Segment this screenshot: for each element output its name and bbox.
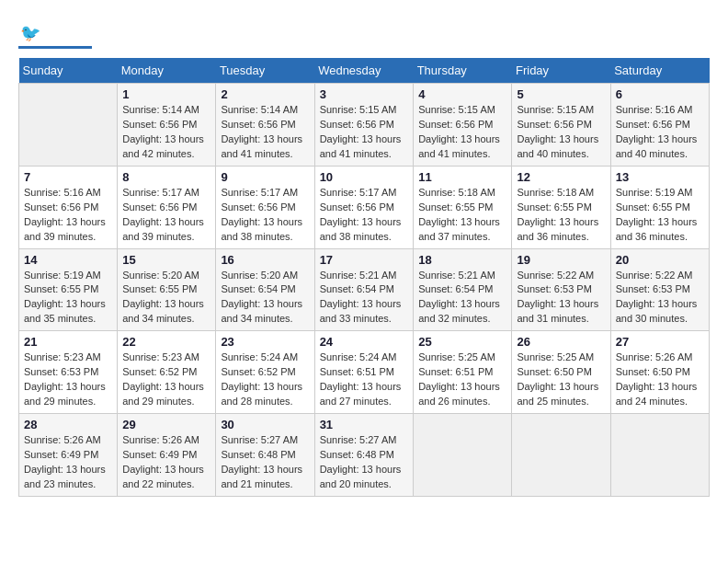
day-number: 27: [616, 335, 704, 349]
day-info: Sunrise: 5:18 AMSunset: 6:55 PMDaylight:…: [418, 186, 506, 245]
day-number: 31: [320, 418, 409, 431]
calendar-cell: [414, 414, 512, 497]
day-number: 13: [616, 170, 704, 184]
weekday-header-monday: Monday: [118, 58, 216, 84]
calendar-cell: 12Sunrise: 5:18 AMSunset: 6:55 PMDayligh…: [512, 166, 610, 248]
day-number: 30: [221, 418, 309, 431]
day-info: Sunrise: 5:19 AMSunset: 6:55 PMDaylight:…: [24, 269, 112, 327]
day-number: 11: [418, 170, 506, 184]
calendar-cell: 17Sunrise: 5:21 AMSunset: 6:54 PMDayligh…: [314, 248, 414, 331]
day-number: 8: [122, 170, 210, 184]
day-info: Sunrise: 5:25 AMSunset: 6:50 PMDaylight:…: [517, 350, 605, 409]
day-info: Sunrise: 5:22 AMSunset: 6:53 PMDaylight:…: [517, 269, 605, 327]
calendar-cell: 22Sunrise: 5:23 AMSunset: 6:52 PMDayligh…: [118, 331, 216, 414]
day-number: 26: [517, 335, 605, 349]
calendar-week-3: 14Sunrise: 5:19 AMSunset: 6:55 PMDayligh…: [19, 248, 710, 331]
day-number: 14: [24, 253, 112, 267]
day-info: Sunrise: 5:26 AMSunset: 6:49 PMDaylight:…: [24, 433, 112, 492]
calendar-week-4: 21Sunrise: 5:23 AMSunset: 6:53 PMDayligh…: [19, 331, 710, 414]
calendar-cell: 25Sunrise: 5:25 AMSunset: 6:51 PMDayligh…: [414, 331, 512, 414]
day-number: 1: [122, 87, 210, 101]
day-info: Sunrise: 5:27 AMSunset: 6:48 PMDaylight:…: [320, 433, 409, 492]
calendar-cell: [512, 414, 610, 497]
day-number: 6: [616, 87, 704, 101]
day-number: 12: [517, 170, 605, 184]
calendar-cell: 24Sunrise: 5:24 AMSunset: 6:51 PMDayligh…: [314, 331, 414, 414]
day-info: Sunrise: 5:24 AMSunset: 6:51 PMDaylight:…: [320, 350, 409, 409]
calendar-cell: 19Sunrise: 5:22 AMSunset: 6:53 PMDayligh…: [512, 248, 610, 331]
day-number: 16: [221, 253, 309, 267]
day-info: Sunrise: 5:18 AMSunset: 6:55 PMDaylight:…: [517, 186, 605, 245]
day-number: 2: [221, 87, 309, 101]
day-info: Sunrise: 5:21 AMSunset: 6:54 PMDaylight:…: [418, 269, 506, 327]
weekday-header-row: SundayMondayTuesdayWednesdayThursdayFrid…: [19, 58, 710, 84]
day-number: 23: [221, 335, 309, 349]
weekday-header-saturday: Saturday: [610, 58, 709, 84]
day-info: Sunrise: 5:27 AMSunset: 6:48 PMDaylight:…: [221, 433, 309, 492]
day-info: Sunrise: 5:24 AMSunset: 6:52 PMDaylight:…: [221, 350, 309, 409]
weekday-header-tuesday: Tuesday: [216, 58, 314, 84]
day-info: Sunrise: 5:19 AMSunset: 6:55 PMDaylight:…: [616, 186, 704, 245]
day-number: 10: [320, 170, 409, 184]
logo: 🐦: [18, 18, 92, 49]
day-number: 21: [24, 335, 112, 349]
day-number: 28: [24, 418, 112, 431]
day-info: Sunrise: 5:14 AMSunset: 6:56 PMDaylight:…: [221, 103, 309, 162]
day-info: Sunrise: 5:14 AMSunset: 6:56 PMDaylight:…: [122, 103, 210, 162]
calendar-cell: 10Sunrise: 5:17 AMSunset: 6:56 PMDayligh…: [314, 166, 414, 248]
calendar-cell: 9Sunrise: 5:17 AMSunset: 6:56 PMDaylight…: [216, 166, 314, 248]
day-info: Sunrise: 5:22 AMSunset: 6:53 PMDaylight:…: [616, 269, 704, 327]
calendar-cell: 3Sunrise: 5:15 AMSunset: 6:56 PMDaylight…: [314, 84, 414, 167]
weekday-header-friday: Friday: [512, 58, 610, 84]
calendar-cell: 31Sunrise: 5:27 AMSunset: 6:48 PMDayligh…: [314, 414, 414, 497]
weekday-header-thursday: Thursday: [414, 58, 512, 84]
calendar-cell: 6Sunrise: 5:16 AMSunset: 6:56 PMDaylight…: [610, 84, 709, 167]
day-info: Sunrise: 5:15 AMSunset: 6:56 PMDaylight:…: [418, 103, 506, 162]
day-info: Sunrise: 5:23 AMSunset: 6:52 PMDaylight:…: [122, 350, 210, 409]
day-number: 7: [24, 170, 112, 184]
calendar-cell: 15Sunrise: 5:20 AMSunset: 6:55 PMDayligh…: [118, 248, 216, 331]
day-number: 4: [418, 87, 506, 101]
logo-bird-icon: 🐦: [20, 24, 40, 42]
calendar-cell: 21Sunrise: 5:23 AMSunset: 6:53 PMDayligh…: [19, 331, 118, 414]
page-header: 🐦: [18, 18, 710, 49]
day-info: Sunrise: 5:25 AMSunset: 6:51 PMDaylight:…: [418, 350, 506, 409]
calendar-cell: 11Sunrise: 5:18 AMSunset: 6:55 PMDayligh…: [414, 166, 512, 248]
calendar-cell: 13Sunrise: 5:19 AMSunset: 6:55 PMDayligh…: [610, 166, 709, 248]
day-number: 3: [320, 87, 409, 101]
calendar-cell: 1Sunrise: 5:14 AMSunset: 6:56 PMDaylight…: [118, 84, 216, 167]
day-number: 19: [517, 253, 605, 267]
calendar-cell: 29Sunrise: 5:26 AMSunset: 6:49 PMDayligh…: [118, 414, 216, 497]
day-number: 22: [122, 335, 210, 349]
day-number: 9: [221, 170, 309, 184]
day-info: Sunrise: 5:15 AMSunset: 6:56 PMDaylight:…: [320, 103, 409, 162]
day-info: Sunrise: 5:26 AMSunset: 6:50 PMDaylight:…: [616, 350, 704, 409]
day-info: Sunrise: 5:17 AMSunset: 6:56 PMDaylight:…: [122, 186, 210, 245]
calendar-cell: 27Sunrise: 5:26 AMSunset: 6:50 PMDayligh…: [610, 331, 709, 414]
day-number: 29: [122, 418, 210, 431]
calendar-cell: 14Sunrise: 5:19 AMSunset: 6:55 PMDayligh…: [19, 248, 118, 331]
day-info: Sunrise: 5:15 AMSunset: 6:56 PMDaylight:…: [517, 103, 605, 162]
calendar-cell: 26Sunrise: 5:25 AMSunset: 6:50 PMDayligh…: [512, 331, 610, 414]
day-number: 17: [320, 253, 409, 267]
day-info: Sunrise: 5:20 AMSunset: 6:54 PMDaylight:…: [221, 269, 309, 327]
calendar-cell: 30Sunrise: 5:27 AMSunset: 6:48 PMDayligh…: [216, 414, 314, 497]
day-info: Sunrise: 5:17 AMSunset: 6:56 PMDaylight:…: [221, 186, 309, 245]
day-info: Sunrise: 5:16 AMSunset: 6:56 PMDaylight:…: [24, 186, 112, 245]
day-number: 5: [517, 87, 605, 101]
calendar-cell: 23Sunrise: 5:24 AMSunset: 6:52 PMDayligh…: [216, 331, 314, 414]
day-info: Sunrise: 5:21 AMSunset: 6:54 PMDaylight:…: [320, 269, 409, 327]
calendar-cell: 20Sunrise: 5:22 AMSunset: 6:53 PMDayligh…: [610, 248, 709, 331]
calendar-table: SundayMondayTuesdayWednesdayThursdayFrid…: [18, 58, 710, 497]
calendar-cell: 2Sunrise: 5:14 AMSunset: 6:56 PMDaylight…: [216, 84, 314, 167]
day-number: 18: [418, 253, 506, 267]
calendar-week-5: 28Sunrise: 5:26 AMSunset: 6:49 PMDayligh…: [19, 414, 710, 497]
day-number: 20: [616, 253, 704, 267]
weekday-header-sunday: Sunday: [19, 58, 118, 84]
day-info: Sunrise: 5:23 AMSunset: 6:53 PMDaylight:…: [24, 350, 112, 409]
calendar-cell: 18Sunrise: 5:21 AMSunset: 6:54 PMDayligh…: [414, 248, 512, 331]
calendar-week-2: 7Sunrise: 5:16 AMSunset: 6:56 PMDaylight…: [19, 166, 710, 248]
day-info: Sunrise: 5:26 AMSunset: 6:49 PMDaylight:…: [122, 433, 210, 492]
day-number: 25: [418, 335, 506, 349]
day-number: 24: [320, 335, 409, 349]
